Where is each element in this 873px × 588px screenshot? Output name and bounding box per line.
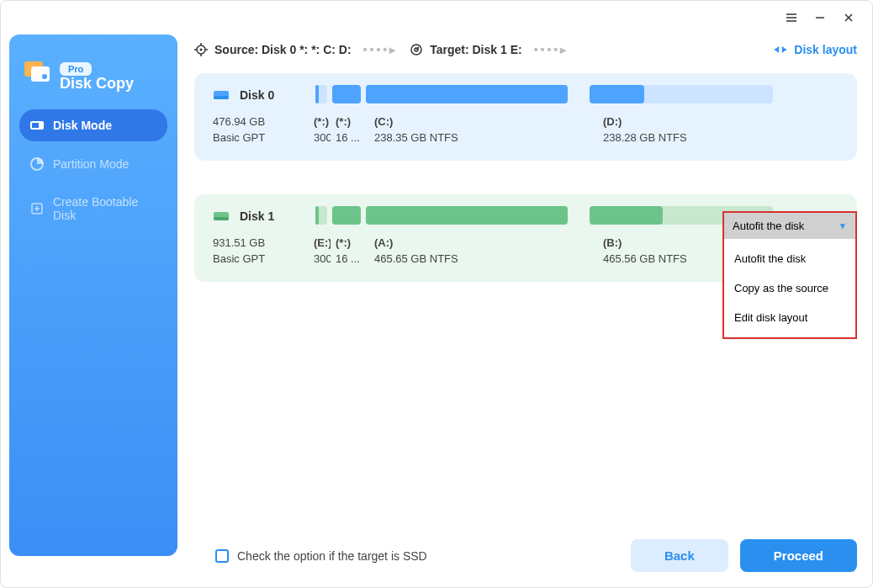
svg-point-2 — [42, 74, 47, 79]
partition-size: 300 ... — [314, 252, 331, 265]
partition-info: (A:)465.65 GB NTFS — [374, 236, 581, 265]
proceed-button[interactable]: Proceed — [740, 539, 857, 572]
source-header: Source: Disk 0 *: *: C: D: — [194, 43, 352, 56]
partition-info: (*:)16 ... — [336, 236, 369, 265]
bootable-disk-icon — [29, 201, 45, 216]
ssd-checkbox-label: Check the option if the target is SSD — [237, 549, 427, 563]
dropdown-option-copy-source[interactable]: Copy as the source — [724, 273, 855, 303]
menu-icon[interactable] — [785, 11, 798, 24]
sidebar-item-label: Partition Mode — [53, 157, 129, 171]
partition-size: 16 ... — [336, 252, 369, 265]
layout-icon — [774, 43, 787, 56]
partition-bar[interactable] — [315, 85, 327, 103]
back-button[interactable]: Back — [631, 539, 728, 572]
partition-info: (C:)238.35 GB NTFS — [374, 115, 581, 144]
sidebar-item-partition-mode[interactable]: Partition Mode — [19, 148, 167, 180]
main-area: Source: Disk 0 *: *: C: D: ••••▸ Target:… — [194, 43, 857, 572]
partition-bar[interactable] — [315, 206, 327, 225]
minimize-button[interactable] — [813, 11, 827, 24]
partition-label: (*:) — [314, 115, 331, 128]
disk-type: Basic GPT — [213, 252, 314, 265]
partition-info: (*:)16 ... — [336, 115, 369, 144]
app-logo-icon — [23, 55, 51, 83]
partition-size: 16 ... — [336, 131, 369, 144]
partition-bar[interactable] — [332, 85, 361, 103]
svg-rect-14 — [214, 217, 229, 220]
partition-info: (D:)238.28 GB NTFS — [603, 115, 786, 144]
partition-label: (E:) — [314, 236, 331, 249]
disk-type: Basic GPT — [213, 131, 314, 144]
target-icon — [410, 43, 423, 56]
disk-icon — [213, 88, 230, 102]
crosshair-icon — [194, 43, 208, 56]
partition-label: (C:) — [374, 115, 581, 128]
partition-size: 465.65 GB NTFS — [374, 252, 581, 265]
sidebar: Pro Disk Copy Disk Mode Partition Mode C… — [9, 34, 177, 556]
dropdown-selected[interactable]: Autofit the disk ▼ — [724, 213, 855, 239]
disk-layout-button[interactable]: Disk layout — [774, 43, 857, 56]
chevron-down-icon: ▼ — [839, 221, 847, 230]
partition-bar[interactable] — [332, 206, 361, 225]
arrow-dots: ••••▸ — [534, 43, 569, 56]
target-header: Target: Disk 1 E: — [410, 43, 521, 56]
partition-size: 238.28 GB NTFS — [603, 131, 786, 144]
pro-badge: Pro — [60, 62, 92, 76]
disk-icon — [213, 209, 230, 223]
target-label: Target: Disk 1 E: — [430, 43, 521, 56]
partition-info: (E:)300 ... — [314, 236, 331, 265]
svg-point-8 — [200, 49, 203, 51]
sidebar-item-label: Disk Mode — [53, 119, 112, 132]
disk-size: 931.51 GB — [213, 236, 314, 249]
source-label: Source: Disk 0 *: *: C: D: — [214, 43, 352, 56]
dropdown-option-autofit[interactable]: Autofit the disk — [724, 244, 855, 273]
partition-size: 300 ... — [314, 131, 331, 144]
ssd-checkbox[interactable]: Check the option if the target is SSD — [215, 549, 427, 563]
disk-name: Disk 0 — [240, 88, 274, 102]
close-button[interactable] — [842, 11, 855, 24]
svg-rect-12 — [214, 96, 229, 99]
disk-mode-icon — [29, 118, 45, 133]
sidebar-item-disk-mode[interactable]: Disk Mode — [19, 109, 167, 141]
sidebar-item-create-bootable[interactable]: Create Bootable Disk — [19, 187, 167, 230]
partition-mode-icon — [29, 156, 45, 172]
arrow-dots: ••••▸ — [363, 43, 399, 56]
partition-label: (D:) — [603, 115, 786, 128]
disk-layout-label: Disk layout — [794, 43, 857, 56]
partition-info: (*:)300 ... — [314, 115, 331, 144]
svg-rect-1 — [31, 66, 50, 82]
source-disk-card: Disk 0 476.94 GB Basic GPT (*:)300 ...(*… — [194, 73, 857, 161]
dropdown-selected-label: Autofit the disk — [733, 220, 804, 232]
dropdown-option-edit-layout[interactable]: Edit disk layout — [724, 303, 855, 332]
partition-size: 238.35 GB NTFS — [374, 131, 581, 144]
checkbox-icon — [215, 549, 229, 563]
svg-rect-4 — [32, 123, 39, 128]
layout-dropdown: Autofit the disk ▼ Autofit the disk Copy… — [722, 211, 857, 339]
disk-name: Disk 1 — [240, 209, 274, 223]
partition-bar[interactable] — [366, 206, 568, 225]
sidebar-item-label: Create Bootable Disk — [53, 195, 157, 222]
partition-bar[interactable] — [366, 85, 568, 103]
partition-label: (*:) — [336, 115, 369, 128]
partition-label: (A:) — [374, 236, 581, 249]
partition-label: (*:) — [336, 236, 369, 249]
partition-bar[interactable] — [590, 85, 773, 103]
disk-size: 476.94 GB — [213, 115, 314, 128]
